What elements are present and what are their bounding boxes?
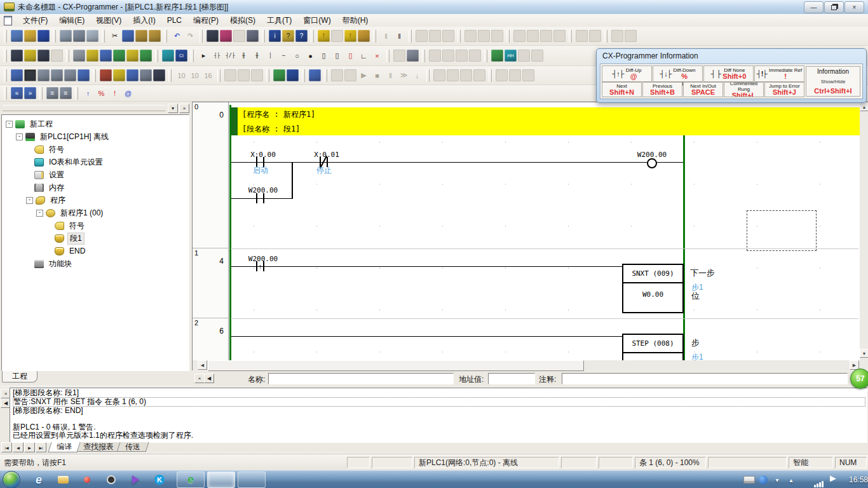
binary-view-icon[interactable] — [153, 69, 165, 81]
menu-insert[interactable]: 插入(I) — [127, 14, 161, 27]
outdent-rung-icon[interactable]: « — [11, 87, 23, 99]
tab-scroll-prev-button[interactable]: ◀ — [13, 442, 24, 452]
tab-scroll-last-button[interactable]: ▶| — [36, 442, 46, 452]
restore-button[interactable] — [824, 1, 844, 13]
tree-expander-icon[interactable]: - — [16, 133, 23, 140]
new-closed-contact-icon[interactable]: ┤/├ — [224, 50, 236, 62]
kugou-icon[interactable]: K — [150, 472, 169, 487]
menu-file[interactable]: 文件(F) — [17, 14, 53, 27]
tree-expander-icon[interactable]: - — [6, 121, 13, 128]
contact-start-address[interactable]: X:0.00 — [234, 151, 292, 159]
network-error-icon[interactable] — [798, 472, 812, 487]
help-icon[interactable] — [756, 472, 770, 487]
page-setup-icon[interactable] — [60, 30, 72, 42]
menu-plc[interactable]: PLC — [161, 15, 187, 26]
contact-latch[interactable] — [256, 193, 264, 203]
new-vertical-icon[interactable]: │ — [264, 50, 276, 62]
output-line[interactable] — [13, 415, 867, 423]
tree-item-section1[interactable]: 段1 — [2, 232, 189, 245]
tab-传送[interactable]: 传送 — [117, 442, 149, 452]
shortcut-cell-diff-none[interactable]: ┤ ├Diff NoneShift+0 — [703, 65, 754, 82]
menu-window[interactable]: 窗口(W) — [297, 14, 336, 27]
name-field[interactable] — [268, 373, 454, 384]
new-instruction2-icon[interactable]: ▯ — [331, 50, 343, 62]
mdi-child-icon[interactable] — [4, 16, 12, 25]
scroll-thumb[interactable] — [208, 360, 584, 371]
paste-special-icon[interactable] — [149, 30, 161, 42]
kmplayer-icon[interactable] — [126, 472, 145, 487]
show-rung-tree-icon[interactable] — [140, 50, 152, 62]
address-monitor-icon[interactable]: HH — [505, 50, 517, 62]
tab-scroll-first-button[interactable]: |◀ — [1, 442, 12, 452]
new-instruction3-icon[interactable]: ▯ — [344, 50, 356, 62]
rung-comment-icon[interactable] — [113, 69, 125, 81]
compile-icon[interactable]: ! — [318, 30, 330, 42]
taskbar-app-browser-e[interactable]: e — [177, 471, 205, 488]
new-coil-icon[interactable]: ○ — [291, 50, 303, 62]
copy-icon[interactable] — [122, 30, 134, 42]
contact-stop-address[interactable]: X:0.01 — [298, 151, 355, 159]
find-icon[interactable] — [207, 30, 219, 42]
show-symbol-bar-icon[interactable] — [126, 50, 139, 62]
tree-item-memory[interactable]: 内存 — [2, 181, 189, 194]
new-or-closed-contact-icon[interactable]: ╫ — [251, 50, 263, 62]
rung-list-down-icon[interactable]: ≡ — [60, 87, 72, 99]
diff-up-icon[interactable]: ↑ — [82, 87, 94, 99]
diff-down-icon[interactable]: % — [95, 87, 107, 99]
shortcut-cell-next-in-out[interactable]: Next In/OutSPACE — [683, 82, 723, 97]
show-rung-wrapping-icon[interactable] — [113, 50, 125, 62]
plc-memory-icon[interactable] — [287, 69, 299, 81]
output-line[interactable]: 警告:SNXT 用作 SET 指令 在条 1 (6, 0) — [13, 397, 865, 407]
selection-rectangle[interactable] — [747, 210, 817, 251]
output-line[interactable]: [梯形图段名称: 段1] — [13, 389, 867, 397]
minimize-button[interactable]: — — [804, 1, 824, 13]
volume-icon[interactable]: ◀ — [826, 472, 840, 487]
explorer-icon[interactable] — [53, 472, 72, 487]
shortcut-cell-jump-to-error[interactable]: Jump to ErrorShift+J — [764, 82, 804, 97]
tree-expander-icon[interactable]: - — [36, 210, 43, 217]
vertical-scrollbar[interactable]: ▲ ▼ — [860, 102, 868, 360]
find-warning-icon[interactable]: ! — [344, 30, 356, 42]
horizontal-scrollbar[interactable]: ◀ ▶ — [193, 360, 868, 370]
open-file-icon[interactable] — [24, 30, 36, 42]
split-rung-icon[interactable] — [100, 69, 112, 81]
dialog-view-icon[interactable] — [140, 69, 152, 81]
shortcut-cell-previous[interactable]: PreviousShift+B — [642, 82, 682, 97]
rung-list-up-icon[interactable]: ≡ — [46, 87, 58, 99]
shortcut-cell-diff-down[interactable]: ┤↓├Diff-Down% — [653, 65, 703, 82]
chevron-down-icon[interactable]: ▾ — [770, 472, 784, 487]
help-icon[interactable]: ? — [282, 30, 294, 42]
menu-program[interactable]: 编程(P) — [187, 14, 224, 27]
menu-help[interactable]: 帮助(H) — [337, 14, 374, 27]
tree-item-settings[interactable]: 设置 — [2, 168, 189, 181]
undo-icon[interactable]: ↶ — [171, 30, 183, 42]
information-window-title[interactable]: CX-Programmer Information — [597, 49, 866, 63]
rung-comment-block[interactable]: [程序名 : 新程序1] [段名称 : 段1] — [238, 107, 860, 135]
show-comments-icon[interactable] — [86, 50, 98, 62]
cross-reference-icon[interactable] — [491, 50, 503, 62]
comment-field[interactable] — [562, 373, 848, 384]
rung-margin-0[interactable]: 0 0 — [193, 102, 229, 248]
workspace-close-button[interactable]: × — [179, 104, 189, 113]
output-coil[interactable] — [647, 158, 657, 168]
tree-item-function-blocks[interactable]: 功能块 — [2, 257, 189, 270]
scroll-left-button[interactable]: ◀ — [198, 360, 207, 370]
print-preview-icon[interactable] — [86, 30, 98, 42]
zoom-in-icon[interactable] — [24, 50, 36, 62]
contact-diff-up-address[interactable]: W200.00 — [234, 255, 292, 263]
tree-item-end[interactable]: END — [2, 245, 189, 257]
address-field[interactable] — [488, 373, 535, 384]
contact-latch-address[interactable]: W200.00 — [234, 186, 292, 194]
new-closed-coil-icon[interactable]: ● — [304, 50, 316, 62]
select-mode-icon[interactable]: ▸ — [198, 50, 210, 62]
new-contact-icon[interactable]: ┤├ — [211, 50, 223, 62]
context-help-icon[interactable]: ? — [295, 30, 308, 42]
start-button[interactable] — [3, 471, 20, 488]
tree-expander-icon[interactable]: - — [26, 197, 33, 204]
taskbar-app-cxp[interactable] — [207, 471, 235, 488]
new-horizontal-icon[interactable]: ─ — [278, 50, 290, 62]
output-line[interactable]: [梯形图段名称: END] — [13, 407, 867, 415]
snxt-instruction-box[interactable]: SNXT (009) W0.00 — [622, 264, 684, 313]
view-mnemonics-icon[interactable] — [162, 50, 174, 62]
menu-edit[interactable]: 编辑(E) — [53, 14, 90, 27]
